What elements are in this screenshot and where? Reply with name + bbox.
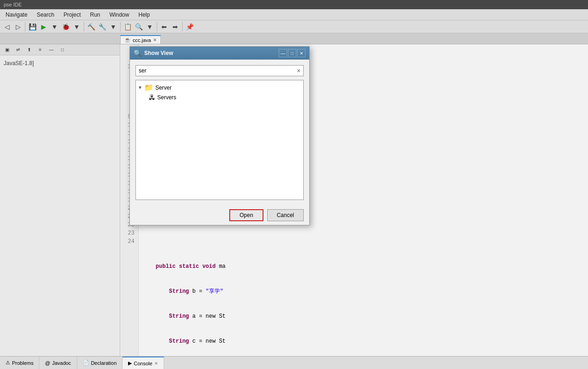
dialog-open-btn[interactable]: Open <box>229 209 263 221</box>
tree-expand-arrow: ▼ <box>138 85 142 90</box>
clear-icon: × <box>297 67 300 74</box>
dialog-search-box: × <box>135 65 304 76</box>
tree-child-servers[interactable]: 🖧 Servers <box>138 93 301 102</box>
servers-node-icon: 🖧 <box>149 94 155 101</box>
dialog-cancel-btn[interactable]: Cancel <box>267 209 304 221</box>
tree-child-label: Servers <box>157 94 176 101</box>
dialog-title-text: Show View <box>144 50 173 56</box>
dialog-minimize-btn[interactable]: — <box>279 49 287 57</box>
dialog-titlebar: 🔍 Show View — □ ✕ <box>130 47 309 60</box>
dialog-controls: — □ ✕ <box>279 49 306 57</box>
server-folder-icon: 📁 <box>144 83 153 92</box>
dialog-search-clear-btn[interactable]: × <box>294 66 303 75</box>
dialog-maximize-btn[interactable]: □ <box>288 49 296 57</box>
dialog-title: 🔍 Show View <box>134 49 173 57</box>
modal-overlay: 🔍 Show View — □ ✕ × ▼ <box>0 0 588 369</box>
dialog-footer: Open Cancel <box>130 206 309 225</box>
show-view-dialog: 🔍 Show View — □ ✕ × ▼ <box>129 46 310 225</box>
dialog-close-btn[interactable]: ✕ <box>297 49 306 57</box>
dialog-icon: 🔍 <box>134 49 141 57</box>
dialog-tree: ▼ 📁 Server 🖧 Servers <box>135 80 304 200</box>
dialog-body: × ▼ 📁 Server 🖧 Servers <box>130 60 309 206</box>
tree-category-label: Server <box>155 85 172 91</box>
dialog-search-input[interactable] <box>136 66 294 76</box>
tree-category-server[interactable]: ▼ 📁 Server <box>138 82 301 93</box>
